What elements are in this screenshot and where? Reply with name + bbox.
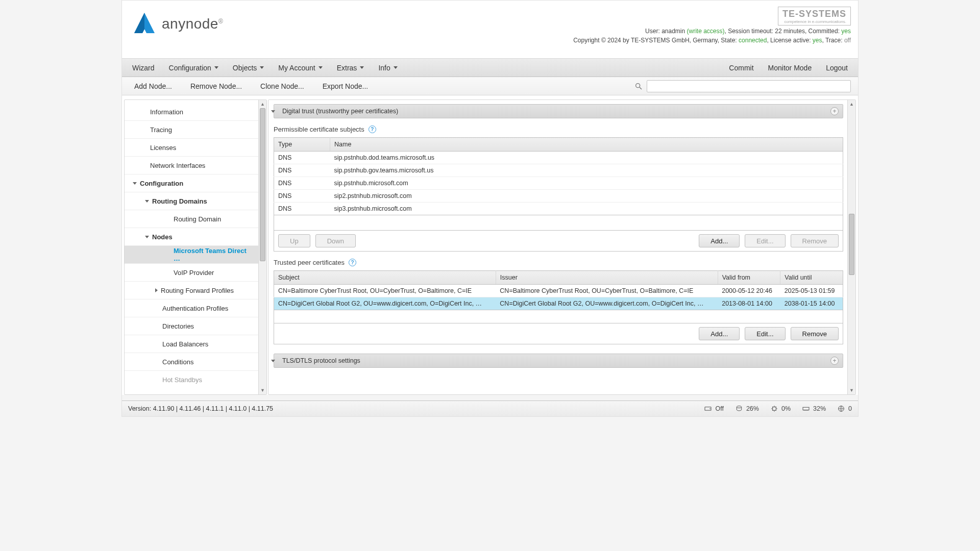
menu-objects-label: Objects — [233, 64, 257, 72]
cell-type: DNS — [274, 164, 330, 177]
toolbar-export-node[interactable]: Export Node... — [313, 77, 378, 95]
nav-routing-domain[interactable]: Routing Domain — [125, 210, 258, 228]
trusted-col-issuer[interactable]: Issuer — [496, 271, 718, 285]
section-digital-trust-header[interactable]: Digital trust (trustworthy peer certific… — [274, 104, 843, 118]
app-window: anynode® TE-SYSTEMS competence in e-comm… — [121, 0, 859, 417]
nav-information[interactable]: Information — [125, 103, 258, 120]
subjects-add-button[interactable]: Add... — [699, 234, 740, 247]
subjects-edit-button[interactable]: Edit... — [745, 234, 785, 247]
nav-nodes[interactable]: Nodes — [125, 228, 258, 245]
nav-configuration[interactable]: Configuration — [125, 174, 258, 192]
nav-network-interfaces[interactable]: Network Interfaces — [125, 157, 258, 174]
section-tls-header[interactable]: TLS/DTLS protocol settings + — [274, 354, 843, 368]
cell-name: sip.pstnhub.gov.teams.microsoft.us — [330, 164, 843, 177]
trusted-table: Subject Issuer Valid from Valid until CN… — [274, 270, 843, 310]
content-inner: Digital trust (trustworthy peer certific… — [268, 100, 847, 372]
help-icon[interactable]: ? — [369, 126, 376, 133]
trusted-col-subject[interactable]: Subject — [274, 271, 496, 285]
table-row[interactable]: DNSsip2.pstnhub.microsoft.com — [274, 190, 843, 203]
menu-info[interactable]: Info — [371, 59, 404, 77]
scroll-down-icon[interactable]: ▼ — [848, 386, 855, 394]
nav-voip-provider-label: VoIP Provider — [174, 269, 214, 277]
brand: anynode® — [131, 11, 223, 37]
nav-voip-provider[interactable]: VoIP Provider — [125, 264, 258, 281]
scroll-down-icon[interactable]: ▼ — [259, 386, 266, 394]
status-line-1: User: anadmin (write access), Session ti… — [645, 28, 851, 35]
table-row[interactable]: DNSsip3.pstnhub.microsoft.com — [274, 203, 843, 215]
trusted-add-button[interactable]: Add... — [699, 327, 740, 340]
nav-directories[interactable]: Directories — [125, 317, 258, 335]
toolbar-remove-node[interactable]: Remove Node... — [181, 77, 251, 95]
chevron-down-icon — [271, 360, 275, 362]
section-tls-title: TLS/DTLS protocol settings — [282, 357, 360, 364]
nav-auth-profiles-label: Authentication Profiles — [162, 305, 228, 312]
menu-objects[interactable]: Objects — [226, 59, 271, 77]
cell-type: DNS — [274, 177, 330, 190]
trusted-remove-button[interactable]: Remove — [791, 327, 839, 340]
add-section-icon[interactable]: + — [830, 357, 839, 365]
table-row[interactable]: CN=DigiCert Global Root G2, OU=www.digic… — [274, 297, 843, 310]
content-scrollbar[interactable]: ▲ ▼ — [847, 100, 855, 394]
scroll-thumb[interactable] — [849, 214, 854, 275]
menu-my-account-label: My Account — [278, 64, 315, 72]
subjects-col-name[interactable]: Name — [330, 138, 843, 152]
toolbar-clone-node[interactable]: Clone Node... — [251, 77, 313, 95]
menu-commit-label: Commit — [729, 64, 753, 72]
table-row[interactable]: DNSsip.pstnhub.microsoft.com — [274, 177, 843, 190]
trusted-edit-button[interactable]: Edit... — [745, 327, 785, 340]
nav-ms-teams-direct[interactable]: Microsoft Teams Direct … — [125, 246, 258, 263]
scroll-thumb[interactable] — [260, 108, 265, 261]
subjects-col-type[interactable]: Type — [274, 138, 330, 152]
nav-tracing[interactable]: Tracing — [125, 121, 258, 138]
down-button[interactable]: Down — [315, 234, 356, 247]
nav-configuration-label: Configuration — [140, 180, 183, 187]
nav-authentication-profiles[interactable]: Authentication Profiles — [125, 299, 258, 317]
subjects-remove-button[interactable]: Remove — [791, 234, 839, 247]
menu-my-account[interactable]: My Account — [271, 59, 329, 77]
help-icon[interactable]: ? — [349, 259, 356, 266]
state-value: connected — [739, 37, 767, 44]
nav-load-balancers[interactable]: Load Balancers — [125, 335, 258, 353]
up-button[interactable]: Up — [278, 234, 310, 247]
toolbar-add-node[interactable]: Add Node... — [125, 77, 181, 95]
nav-conditions[interactable]: Conditions — [125, 353, 258, 370]
menu-commit[interactable]: Commit — [722, 59, 761, 77]
nav-routing-domains[interactable]: Routing Domains — [125, 192, 258, 210]
nav-ms-teams-label: Microsoft Teams Direct … — [174, 247, 254, 262]
menu-wizard[interactable]: Wizard — [125, 59, 162, 77]
nav-routing-forward-label: Routing Forward Profiles — [161, 287, 234, 294]
subjects-table-pad — [274, 215, 843, 231]
table-row[interactable]: DNSsip.pstnhub.dod.teams.microsoft.us — [274, 152, 843, 164]
content-pane: Digital trust (trustworthy peer certific… — [268, 99, 856, 395]
scroll-up-icon[interactable]: ▲ — [848, 100, 855, 108]
table-row[interactable]: DNSsip.pstnhub.gov.teams.microsoft.us — [274, 164, 843, 177]
nav-routing-forward-profiles[interactable]: Routing Forward Profiles — [125, 282, 258, 299]
cell-subject: CN=DigiCert Global Root G2, OU=www.digic… — [274, 297, 496, 310]
menu-configuration[interactable]: Configuration — [162, 59, 226, 77]
svg-point-5 — [710, 408, 711, 409]
menu-monitor-label: Monitor Mode — [768, 64, 812, 72]
add-section-icon[interactable]: + — [830, 107, 839, 115]
disk-icon — [735, 405, 743, 413]
nav-licenses[interactable]: Licenses — [125, 139, 258, 156]
trusted-col-until[interactable]: Valid until — [780, 271, 843, 285]
nav-hot-standbys[interactable]: Hot Standbys — [125, 371, 258, 388]
menu-extras[interactable]: Extras — [330, 59, 372, 77]
nav-scrollbar[interactable]: ▲ ▼ — [258, 100, 266, 394]
trusted-col-from[interactable]: Valid from — [718, 271, 780, 285]
trace-label: , Trace: — [822, 37, 843, 44]
cell-type: DNS — [274, 190, 330, 203]
chevron-down-icon — [394, 66, 398, 69]
menu-monitor-mode[interactable]: Monitor Mode — [761, 59, 819, 77]
cell-type: DNS — [274, 203, 330, 215]
meter-hdd-value: Off — [715, 405, 723, 412]
meter-cpu: 0% — [770, 405, 791, 413]
brand-name-text: anynode — [162, 16, 218, 32]
table-row[interactable]: CN=Baltimore CyberTrust Root, OU=CyberTr… — [274, 285, 843, 297]
menu-logout[interactable]: Logout — [819, 59, 855, 77]
search-wrap — [634, 80, 855, 92]
cell-subject: CN=Baltimore CyberTrust Root, OU=CyberTr… — [274, 285, 496, 297]
license-value: yes — [813, 37, 822, 44]
search-input[interactable] — [647, 80, 851, 92]
scroll-up-icon[interactable]: ▲ — [259, 100, 266, 108]
